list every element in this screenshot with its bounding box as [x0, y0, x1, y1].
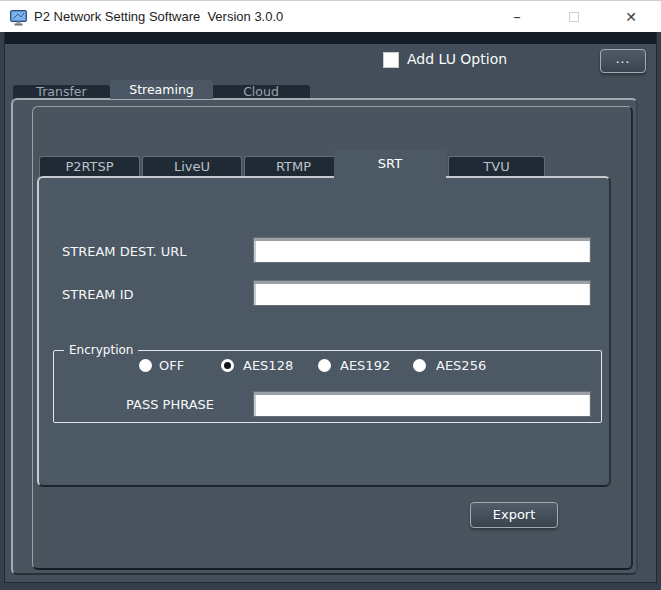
radio-aes256-label: AES256 — [436, 358, 486, 373]
tab-cloud[interactable]: Cloud — [212, 85, 310, 99]
pass-phrase-input[interactable] — [253, 391, 591, 417]
radio-aes128-label: AES128 — [243, 358, 293, 373]
more-options-button[interactable]: ... — [600, 49, 646, 73]
subtab-p2rtsp[interactable]: P2RTSP — [39, 156, 140, 177]
radio-aes128[interactable] — [221, 359, 234, 372]
radio-off-label: OFF — [159, 358, 184, 373]
subtab-tvu[interactable]: TVU — [448, 156, 545, 177]
pass-phrase-label: PASS PHRASE — [126, 397, 214, 412]
srt-tab-panel — [37, 176, 611, 487]
subtab-srt[interactable]: SRT — [334, 150, 446, 178]
tab-transfer[interactable]: Transfer — [13, 85, 110, 99]
stream-dest-url-input[interactable] — [253, 237, 591, 263]
maximize-icon — [569, 12, 579, 22]
radio-off[interactable] — [139, 359, 152, 372]
close-button[interactable]: ✕ — [608, 1, 654, 32]
export-button[interactable]: Export — [470, 502, 558, 528]
add-lu-option-checkbox[interactable] — [383, 52, 399, 68]
window-title: P2 Network Setting Software Version 3.0.… — [34, 1, 283, 33]
stream-id-label: STREAM ID — [62, 287, 134, 302]
titlebar: P2 Network Setting Software Version 3.0.… — [0, 0, 661, 32]
titlebar-shadow-strip — [0, 32, 661, 44]
tab-streaming[interactable]: Streaming — [110, 80, 213, 99]
minimize-button[interactable]: – — [494, 1, 540, 32]
stream-dest-url-label: STREAM DEST. URL — [62, 244, 187, 259]
maximize-button — [551, 1, 597, 32]
radio-aes256[interactable] — [413, 359, 426, 372]
encryption-groupbox-label: Encryption — [64, 343, 138, 357]
radio-aes192[interactable] — [318, 359, 331, 372]
radio-aes192-label: AES192 — [340, 358, 390, 373]
subtab-liveu[interactable]: LiveU — [142, 156, 242, 177]
subtab-rtmp[interactable]: RTMP — [244, 156, 343, 177]
app-icon — [10, 9, 28, 26]
add-lu-option-label: Add LU Option — [407, 51, 507, 68]
stream-id-input[interactable] — [253, 280, 591, 306]
